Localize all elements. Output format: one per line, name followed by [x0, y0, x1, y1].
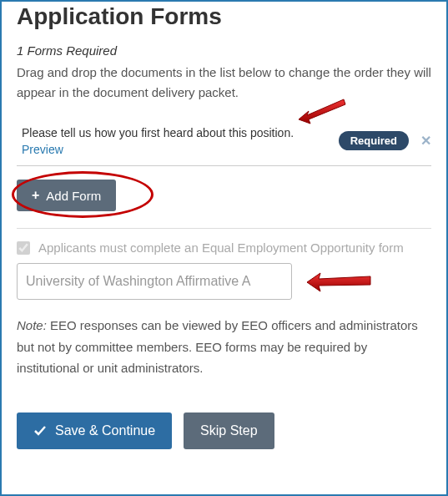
- forms-required-heading: 1 Forms Required: [17, 43, 431, 58]
- save-continue-label: Save & Continue: [55, 423, 155, 438]
- page-title: Application Forms: [17, 3, 431, 30]
- svg-marker-0: [299, 99, 345, 124]
- skip-step-label: Skip Step: [200, 423, 257, 438]
- required-badge: Required: [339, 131, 409, 150]
- preview-link[interactable]: Preview: [22, 143, 63, 156]
- skip-step-button[interactable]: Skip Step: [184, 412, 274, 449]
- eeo-checkbox-row: Applicants must complete an Equal Employ…: [17, 240, 431, 255]
- svg-marker-1: [307, 273, 370, 291]
- eeo-checkbox[interactable]: [17, 241, 30, 255]
- eeo-note-body: EEO responses can be viewed by EEO offic…: [17, 318, 418, 375]
- eeo-checkbox-label: Applicants must complete an Equal Employ…: [38, 240, 404, 255]
- remove-form-icon[interactable]: ✕: [420, 133, 431, 149]
- plus-icon: +: [32, 188, 39, 203]
- drag-drop-instructions: Drag and drop the documents in the list …: [17, 63, 431, 103]
- add-form-button[interactable]: + Add Form: [17, 180, 116, 211]
- eeo-form-input[interactable]: [17, 263, 292, 300]
- form-question-text: Please tell us how you first heard about…: [22, 126, 332, 139]
- save-continue-button[interactable]: Save & Continue: [17, 412, 172, 449]
- eeo-note: Note: EEO responses can be viewed by EEO…: [17, 315, 431, 379]
- page-container: Application Forms 1 Forms Required Drag …: [0, 0, 448, 496]
- action-buttons: Save & Continue Skip Step: [17, 412, 431, 449]
- form-list-item[interactable]: Please tell us how you first heard about…: [17, 118, 431, 166]
- annotation-arrow-icon: [305, 270, 372, 295]
- add-form-label: Add Form: [46, 189, 101, 203]
- eeo-input-row: [17, 263, 431, 300]
- check-icon: [33, 424, 47, 438]
- add-form-section: + Add Form: [17, 166, 431, 229]
- eeo-note-prefix: Note:: [17, 318, 47, 332]
